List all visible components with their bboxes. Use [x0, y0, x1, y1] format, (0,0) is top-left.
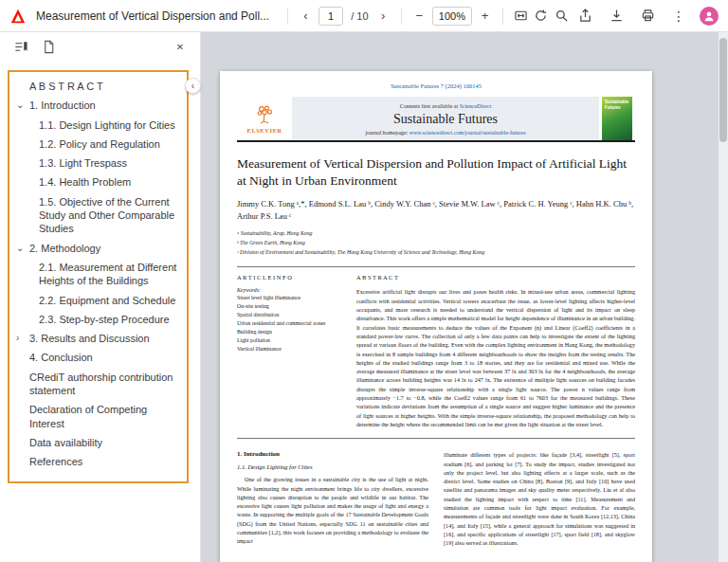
vertical-scrollbar[interactable]	[719, 32, 728, 562]
sidebar-item-design-lighting[interactable]: 1.1. Design Lighting for Cities	[14, 116, 184, 135]
main-content: ✕ A B S T R A C T ⌄ 1. Introduction 1.1.…	[0, 32, 728, 562]
sidebar-item-results-discussion[interactable]: › 3. Results and Discussion	[14, 329, 184, 348]
sidebar-item-methodology[interactable]: ⌄ 2. Methodology	[14, 239, 184, 258]
keyword-item: Building design	[237, 328, 343, 336]
keyword-item: Spatial distribution	[237, 311, 343, 319]
pdf-page: Sustainable Futures 7 (2024) 100145 ELSE…	[220, 71, 652, 562]
section-heading: 1. Introduction	[237, 450, 428, 458]
article-info-heading: A R T I C L E I N F O	[237, 274, 343, 281]
zoom-in-button[interactable]: +	[478, 6, 492, 27]
contents-prefix: Contents lists available at	[400, 103, 459, 109]
affiliation-item: ᶜ Division of Environment and Sustainabi…	[237, 248, 635, 258]
print-icon[interactable]	[637, 6, 658, 27]
body-left-column: 1. Introduction 1.1. Design Lighting for…	[237, 450, 428, 547]
next-page-button[interactable]: ›	[376, 6, 391, 27]
chevron-down-icon[interactable]: ⌄	[16, 99, 29, 111]
sidebar-item-conclusion[interactable]: 4. Conclusion	[14, 348, 184, 367]
document-title: Measurement of Vertical Dispersion and P…	[36, 9, 269, 23]
page-total-label: / 10	[351, 10, 368, 22]
journal-cover-thumbnail: Sustainable Futures	[599, 97, 635, 140]
subsection-heading: 1.1. Design Lighting for Cities	[237, 463, 428, 470]
chevron-down-icon[interactable]: ⌄	[16, 242, 29, 254]
sidebar-item-introduction[interactable]: ⌄ 1. Introduction	[14, 96, 184, 115]
sidebar-item-step-procedure[interactable]: 2.3. Step-by-step Procedure	[14, 310, 184, 329]
abstract-text: Excessive artificial light disrupts our …	[356, 287, 635, 428]
zoom-level-display[interactable]: 100%	[432, 7, 472, 26]
affiliation-item: ᵇ The Green Earth, Hong Kong	[237, 239, 635, 248]
abstract-heading: A B S T R A C T	[356, 274, 635, 281]
sidebar-item-references[interactable]: References	[14, 452, 184, 471]
annotation-highlight-box: A B S T R A C T ⌄ 1. Introduction 1.1. D…	[8, 70, 189, 483]
publisher-block: ELSEVIER	[237, 97, 292, 140]
avatar[interactable]	[700, 7, 719, 26]
publisher-name: ELSEVIER	[247, 127, 282, 134]
body-columns: 1. Introduction 1.1. Design Lighting for…	[237, 450, 635, 547]
sidebar-toolbar: ✕	[0, 32, 200, 61]
sidebar-item-objective[interactable]: 1.5. Objective of the Current Study and …	[14, 192, 184, 239]
acrobat-logo-icon[interactable]	[9, 7, 27, 26]
chevron-right-icon[interactable]: ›	[16, 332, 29, 344]
search-icon[interactable]	[555, 6, 569, 27]
acrobat-window: Measurement of Vertical Dispersion and P…	[0, 0, 728, 562]
keyword-item: Urban residential and commercial zones	[237, 319, 343, 328]
page-number-input[interactable]	[318, 7, 343, 26]
sidebar-item-equipment-schedule[interactable]: 2.2. Equipment and Schedule	[14, 291, 184, 310]
cover-image: Sustainable Futures	[602, 97, 632, 140]
scrollbar-thumb[interactable]	[719, 38, 727, 142]
authors-line: Jimmy C.K. Tong ᵃ,*, Edmond S.L. Lau ᵇ, …	[237, 198, 635, 223]
keyword-item: Light pollution	[237, 336, 343, 345]
journal-masthead: ELSEVIER Contents lists available at Sci…	[237, 97, 635, 142]
bookmarks-sidebar: ✕ A B S T R A C T ⌄ 1. Introduction 1.1.…	[0, 32, 201, 562]
close-panel-icon[interactable]: ✕	[172, 38, 189, 55]
article-info-abstract-section: A R T I C L E I N F O Keywords: Street l…	[237, 266, 635, 439]
sidebar-item-abstract[interactable]: A B S T R A C T	[14, 77, 184, 96]
abstract-column: A B S T R A C T Excessive artificial lig…	[356, 274, 635, 428]
sidebar-item-credit-statement[interactable]: CRediT authorship contribution statement	[14, 368, 184, 401]
homepage-label: journal homepage:	[365, 130, 408, 136]
sidebar-item-declaration-interest[interactable]: Declaration of Competing Interest	[14, 400, 184, 433]
previous-page-button[interactable]: ‹	[299, 6, 313, 27]
keyword-item: Street level light illuminance	[237, 294, 343, 302]
keyword-item: Vertical illuminance	[237, 345, 343, 354]
affiliation-item: ᵃ Sustainability, Arup, Hong Kong	[237, 229, 635, 239]
sidebar-item-light-trespass[interactable]: 1.3. Light Trespass	[14, 154, 184, 172]
keyword-item: On-site testing	[237, 302, 343, 311]
contents-line: Contents lists available at ScienceDirec…	[298, 103, 593, 109]
paper-title: Measurement of Vertical Dispersion and P…	[237, 155, 635, 190]
download-icon[interactable]	[606, 6, 627, 27]
toolbar-divider	[401, 8, 402, 25]
toolbar-divider	[287, 8, 288, 25]
document-viewer[interactable]: Sustainable Futures 7 (2024) 100145 ELSE…	[201, 32, 728, 562]
collapse-panel-icon[interactable]: ‹	[185, 78, 201, 94]
sciencedirect-link[interactable]: ScienceDirect	[460, 103, 492, 109]
thumbnails-panel-icon[interactable]	[40, 38, 57, 55]
cover-title-line2: Futures	[605, 105, 629, 111]
sidebar-item-health-problem[interactable]: 1.4. Health Problem	[14, 172, 184, 191]
sidebar-item-policy-regulation[interactable]: 1.2. Policy and Regulation	[14, 135, 184, 154]
share-icon[interactable]	[574, 6, 595, 27]
body-paragraph: One of the growing issues in a sustainab…	[237, 475, 428, 545]
affiliations: ᵃ Sustainability, Arup, Hong Kong ᵇ The …	[237, 229, 635, 258]
toolbar-right-group: ⋮	[574, 6, 719, 27]
journal-name: Sustainable Futures	[298, 112, 593, 127]
bookmarks-panel-icon[interactable]	[11, 38, 28, 55]
elsevier-tree-icon	[253, 103, 276, 126]
overflow-menu-icon[interactable]: ⋮	[668, 6, 689, 27]
masthead-center: Contents lists available at ScienceDirec…	[292, 97, 599, 140]
body-right-column: illuminate different types of projects: …	[444, 450, 635, 547]
sidebar-item-data-availability[interactable]: Data availability	[14, 433, 184, 452]
zoom-out-button[interactable]: −	[412, 6, 427, 27]
homepage-line: journal homepage: www.sciencedirect.com/…	[298, 130, 593, 136]
top-toolbar: Measurement of Vertical Dispersion and P…	[0, 0, 728, 32]
homepage-link[interactable]: www.sciencedirect.com/journal/sustainabl…	[410, 130, 526, 136]
rotate-page-button[interactable]	[534, 6, 548, 27]
journal-reference-link[interactable]: Sustainable Futures 7 (2024) 100145	[237, 82, 635, 89]
article-info-column: A R T I C L E I N F O Keywords: Street l…	[237, 274, 343, 428]
toolbar-divider	[502, 8, 503, 25]
sidebar-item-measurement-heights[interactable]: 2.1. Measurement at Different Heights of…	[14, 258, 184, 291]
body-paragraph: illuminate different types of projects: …	[444, 450, 635, 547]
keywords-label: Keywords:	[237, 287, 343, 293]
fit-width-button[interactable]	[514, 6, 528, 27]
